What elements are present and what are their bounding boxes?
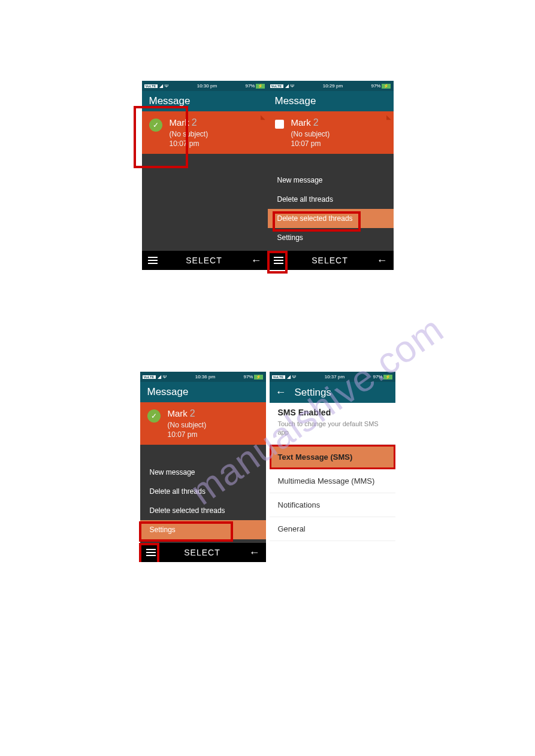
status-bar: VoLTE 10:30 pm 97% ⚡ (142, 81, 268, 91)
title-text: Message (275, 95, 316, 107)
tag-icon: ◣ (386, 114, 391, 120)
sms-enabled-heading[interactable]: SMS Enabled (270, 403, 395, 420)
title-text: Message (149, 95, 191, 107)
usb-icon (163, 374, 167, 379)
menu-icon[interactable] (274, 257, 283, 264)
menu-new-message[interactable]: New message (268, 171, 394, 190)
message-thread-item[interactable]: Mark2 (No subject) 10:07 pm ◣ (268, 111, 394, 154)
screenshot-row-2: VoLTE 10:36 pm 97% ⚡ Message ✓ Mark2 (No… (0, 372, 535, 562)
message-thread-item[interactable]: ✓ Mark2 (No subject) 10:07 pm ◣ (142, 111, 268, 154)
status-time: 10:29 pm (323, 83, 343, 89)
back-icon[interactable]: ← (377, 254, 388, 267)
settings-mms[interactable]: Multimedia Message (MMS) (270, 469, 395, 493)
phone-screenshot-a: VoLTE 10:30 pm 97% ⚡ Message ✓ Mark2 (No… (142, 81, 268, 270)
volte-icon: VoLTE (144, 84, 158, 88)
status-bar: VoLTE 10:37 pm 97% ⚡ (270, 372, 395, 382)
contact-name: Mark (170, 117, 189, 127)
options-menu: New message Delete all threads Delete se… (140, 459, 266, 543)
status-time: 10:30 pm (197, 83, 217, 89)
phone-screenshot-b: VoLTE 10:29 pm 97% ⚡ Message Mark2 (No s… (268, 81, 394, 270)
checkbox-icon[interactable] (275, 120, 284, 129)
signal-icon (159, 83, 163, 89)
body-area: New message Delete all threads Delete se… (268, 154, 394, 251)
menu-settings[interactable]: Settings (140, 520, 266, 539)
menu-delete-all[interactable]: Delete all threads (140, 482, 266, 501)
contact-name: Mark (168, 408, 188, 418)
screenshot-row-1: VoLTE 10:30 pm 97% ⚡ Message ✓ Mark2 (No… (0, 81, 535, 270)
message-time: 10:07 pm (170, 139, 261, 148)
settings-body: SMS Enabled Touch to change your default… (270, 403, 395, 562)
back-icon[interactable]: ← (251, 254, 262, 267)
message-subject: (No subject) (291, 130, 386, 138)
usb-icon (291, 83, 295, 89)
title-bar: Message (142, 91, 268, 111)
message-time: 10:07 pm (168, 430, 259, 439)
selected-check-icon[interactable]: ✓ (149, 119, 162, 132)
menu-delete-all[interactable]: Delete all threads (268, 190, 394, 209)
battery-icon: ⚡ (256, 84, 265, 89)
contact-name: Mark (291, 117, 311, 127)
title-text: Settings (295, 387, 331, 399)
menu-delete-selected[interactable]: Delete selected threads (140, 501, 266, 520)
title-bar: ← Settings (270, 382, 395, 403)
menu-delete-selected[interactable]: Delete selected threads (268, 209, 394, 228)
status-bar: VoLTE 10:36 pm 97% ⚡ (140, 372, 266, 382)
selected-check-icon[interactable]: ✓ (147, 409, 161, 423)
select-button[interactable]: SELECT (184, 548, 220, 557)
phone-screenshot-d: VoLTE 10:37 pm 97% ⚡ ← Settings SMS Enab… (270, 372, 395, 562)
tag-icon: ◣ (261, 114, 265, 120)
battery-icon: ⚡ (254, 375, 263, 379)
signal-icon (285, 83, 289, 89)
message-thread-item[interactable]: ✓ Mark2 (No subject) 10:07 pm (140, 402, 266, 445)
bottom-bar: SELECT ← (140, 543, 266, 562)
body-area (142, 154, 268, 251)
message-count: 2 (190, 408, 195, 418)
battery-percent: 97% (245, 83, 255, 89)
title-text: Message (147, 386, 189, 398)
battery-icon: ⚡ (382, 84, 391, 89)
status-bar: VoLTE 10:29 pm 97% ⚡ (268, 81, 394, 91)
volte-icon: VoLTE (270, 84, 283, 88)
status-time: 10:37 pm (325, 374, 344, 379)
signal-icon (158, 374, 161, 379)
menu-new-message[interactable]: New message (140, 463, 266, 482)
title-bar: Message (268, 91, 394, 111)
message-time: 10:07 pm (291, 139, 386, 148)
volte-icon: VoLTE (272, 375, 285, 379)
phone-screenshot-c: VoLTE 10:36 pm 97% ⚡ Message ✓ Mark2 (No… (140, 372, 266, 562)
volte-icon: VoLTE (143, 375, 156, 379)
select-button[interactable]: SELECT (186, 256, 222, 265)
message-subject: (No subject) (170, 130, 261, 138)
body-area: New message Delete all threads Delete se… (140, 445, 266, 543)
back-arrow-icon[interactable]: ← (276, 386, 286, 399)
status-time: 10:36 pm (195, 374, 215, 379)
battery-icon: ⚡ (383, 375, 392, 379)
settings-general[interactable]: General (270, 517, 395, 541)
bottom-bar: SELECT ← (142, 251, 268, 270)
usb-icon (165, 83, 169, 89)
sms-enabled-desc: Touch to change your default SMS app (270, 420, 395, 445)
message-count: 2 (192, 117, 197, 127)
settings-notifications[interactable]: Notifications (270, 493, 395, 517)
usb-icon (292, 374, 297, 379)
menu-icon[interactable] (146, 549, 156, 556)
back-icon[interactable]: ← (249, 546, 260, 559)
bottom-bar: SELECT ← (268, 251, 394, 270)
settings-text-sms[interactable]: Text Message (SMS) (270, 445, 395, 469)
message-count: 2 (313, 117, 319, 127)
battery-percent: 97% (371, 83, 380, 89)
message-subject: (No subject) (168, 421, 259, 429)
title-bar: Message (140, 382, 266, 402)
options-menu: New message Delete all threads Delete se… (268, 167, 394, 251)
battery-percent: 97% (243, 374, 253, 379)
signal-icon (287, 374, 291, 379)
menu-icon[interactable] (148, 257, 158, 264)
select-button[interactable]: SELECT (312, 256, 347, 265)
battery-percent: 97% (373, 374, 382, 379)
menu-settings[interactable]: Settings (268, 228, 394, 247)
